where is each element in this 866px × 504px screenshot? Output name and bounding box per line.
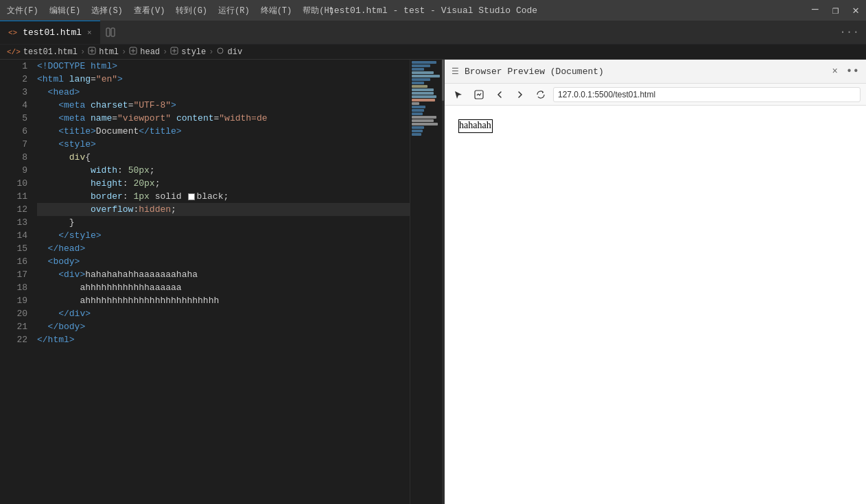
code-line-19: ahhhhhhhhhhhhhhhhhhhhhhhhh: [37, 294, 410, 307]
breadcrumb-file-icon: </>: [7, 48, 21, 56]
code-line-4: <meta charset = "UTF-8" >: [37, 99, 410, 112]
window-controls[interactable]: — ❐ ✕: [812, 3, 859, 17]
preview-header: ☰ Browser Preview (Document) × ••: [445, 60, 866, 84]
open-in-browser-button[interactable]: [471, 86, 487, 103]
code-line-11: border : 1px solid black ;: [37, 190, 410, 203]
preview-div-text: hahahah: [459, 120, 491, 130]
menu-file[interactable]: 文件(F): [7, 5, 38, 16]
menu-terminal[interactable]: 终端(T): [261, 5, 292, 16]
preview-more-button[interactable]: ••: [846, 65, 859, 77]
code-line-14: </style>: [37, 229, 410, 242]
main-layout: 1 2 3 4 5 6 7 8 9 10 11 12 13 14 15 16 1…: [0, 60, 866, 504]
code-line-13: }: [37, 216, 410, 229]
code-line-7: <style>: [37, 138, 410, 151]
code-line-15: </head>: [37, 242, 410, 255]
breadcrumb-sep-3: ›: [163, 47, 167, 57]
url-bar[interactable]: [553, 87, 861, 102]
code-line-8: div {: [37, 151, 410, 164]
preview-toolbar: [445, 84, 866, 106]
forward-button[interactable]: [512, 86, 528, 103]
code-line-18: ahhhhhhhhhhhhaaaaaa: [37, 281, 410, 294]
menu-edit[interactable]: 编辑(E): [49, 5, 81, 16]
svg-rect-1: [111, 28, 115, 36]
tab-label: test01.html: [23, 27, 82, 38]
breadcrumb-head[interactable]: head: [140, 47, 160, 57]
svg-point-5: [218, 48, 223, 53]
editor-tab-test01[interactable]: <> test01.html ×: [0, 21, 100, 44]
breadcrumb-html-icon: [88, 47, 96, 58]
code-line-2: <html lang = "en" >: [37, 73, 410, 86]
browser-preview-icon: ☰: [452, 67, 459, 77]
menu-select[interactable]: 选择(S): [91, 5, 123, 16]
minimize-button[interactable]: —: [812, 3, 819, 17]
title-bar: 文件(F) 编辑(E) 选择(S) 查看(V) 转到(G) 运行(R) 终端(T…: [0, 0, 866, 21]
svg-rect-0: [106, 28, 110, 36]
code-line-1: <!DOCTYPE html>: [37, 60, 410, 73]
breadcrumb-div-icon: [216, 47, 224, 58]
tab-close-button[interactable]: ×: [87, 29, 92, 37]
back-button[interactable]: [491, 86, 508, 103]
window-title: test01.html - test - Visual Studio Code: [329, 5, 537, 16]
code-line-21: </body>: [37, 320, 410, 333]
menu-goto[interactable]: 转到(G): [176, 5, 207, 16]
split-editor-button[interactable]: [100, 21, 121, 44]
cursor-tool-button[interactable]: [450, 86, 467, 103]
preview-content: hahahah: [445, 106, 866, 504]
color-swatch: [188, 193, 195, 200]
preview-div-element: hahahah: [458, 119, 493, 133]
breadcrumb-sep-2: ›: [121, 47, 126, 57]
breadcrumb-div[interactable]: div: [227, 47, 242, 57]
code-line-17: <div> hahahahahhaaaaaaahaha: [37, 268, 410, 281]
line-numbers: 1 2 3 4 5 6 7 8 9 10 11 12 13 14 15 16 1…: [0, 60, 33, 504]
menu-run[interactable]: 运行(R): [218, 5, 250, 16]
code-line-10: height : 20px ;: [37, 177, 410, 190]
maximize-button[interactable]: ❐: [832, 3, 839, 17]
breadcrumb-sep-4: ›: [209, 47, 213, 57]
breadcrumb-head-icon: [129, 47, 137, 58]
code-line-5: <meta name = "viewport" content = "width…: [37, 112, 410, 125]
breadcrumb-sep-1: ›: [80, 47, 85, 57]
code-editor[interactable]: 1 2 3 4 5 6 7 8 9 10 11 12 13 14 15 16 1…: [0, 60, 445, 504]
code-line-3: <head>: [37, 86, 410, 99]
breadcrumb-style[interactable]: style: [181, 47, 206, 57]
close-button[interactable]: ✕: [852, 3, 859, 17]
breadcrumb-style-icon: [170, 47, 178, 58]
minimap: [410, 60, 444, 504]
breadcrumb: </> test01.html › html › head › style › …: [0, 45, 866, 60]
refresh-button[interactable]: [533, 86, 549, 103]
preview-panel: ☰ Browser Preview (Document) × ••: [445, 60, 866, 504]
more-actions-button[interactable]: ···: [832, 21, 866, 44]
preview-panel-title: Browser Preview (Document): [465, 67, 604, 77]
html-icon: <>: [8, 29, 17, 37]
code-line-9: width : 50px ;: [37, 164, 410, 177]
tab-bar: <> test01.html × ···: [0, 21, 866, 45]
menu-bar[interactable]: 文件(F) 编辑(E) 选择(S) 查看(V) 转到(G) 运行(R) 终端(T…: [7, 5, 334, 16]
menu-view[interactable]: 查看(V): [134, 5, 165, 16]
code-line-16: <body>: [37, 255, 410, 268]
breadcrumb-filename[interactable]: test01.html: [23, 47, 78, 57]
code-line-20: </div>: [37, 307, 410, 320]
preview-close-button[interactable]: ×: [832, 66, 837, 77]
code-line-22: </html>: [37, 333, 410, 346]
code-line-12: overflow : hidden ;: [37, 203, 410, 216]
code-content[interactable]: <!DOCTYPE html> <html lang = "en" > <hea…: [33, 60, 410, 504]
code-line-6: <title> Document </title>: [37, 125, 410, 138]
breadcrumb-html[interactable]: html: [99, 47, 119, 57]
